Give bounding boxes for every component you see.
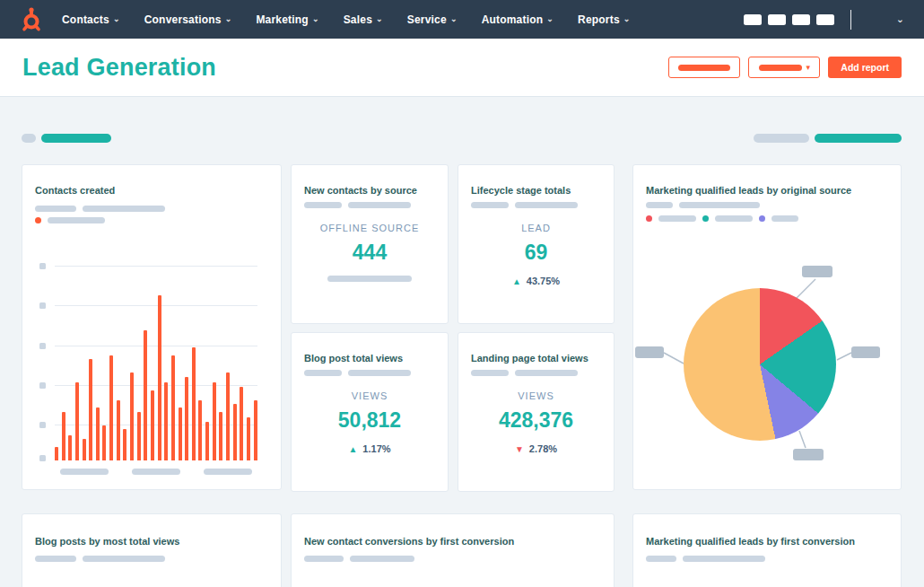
redacted-text-bar [60, 469, 109, 475]
filter-chip[interactable] [754, 134, 809, 143]
report-card-mql-by-first-conversion: Marketing qualified leads by first conve… [632, 513, 902, 587]
redacted-text-bar [327, 276, 412, 282]
nav-utilities: ⌄ [737, 10, 904, 30]
main-nav: Contacts⌄ Conversations⌄ Marketing⌄ Sale… [62, 13, 631, 26]
dashboard-actions: ▾ Add report [668, 57, 902, 78]
report-title: New contact conversions by first convers… [304, 536, 603, 547]
bar [164, 382, 168, 460]
filter-chip[interactable] [41, 134, 111, 143]
bar [96, 407, 100, 460]
bar [89, 359, 92, 460]
redacted-text-bar [646, 202, 673, 208]
report-title: Marketing qualified leads by original so… [646, 185, 890, 196]
chevron-down-icon: ⌄ [623, 14, 631, 23]
redacted-text-bar [679, 202, 760, 208]
bar [83, 439, 86, 460]
metric-value: 50,812 [292, 408, 448, 433]
delta-up-icon: ▲ [512, 276, 521, 286]
contacts-created-chart [55, 266, 257, 460]
bar [247, 417, 250, 460]
dashboard-action-button[interactable] [668, 57, 740, 78]
bar [62, 412, 65, 460]
nav-item-label: Conversations [144, 13, 222, 26]
bar [233, 404, 237, 460]
redacted-text-bar [515, 370, 578, 376]
filter-chip[interactable] [22, 134, 36, 143]
report-card-blog-posts-by-most-total-views: Blog posts by most total views [22, 513, 282, 587]
redacted-text-bar [348, 370, 411, 376]
sprocket-icon [20, 7, 42, 32]
report-card-blog-post-total-views: Blog post total views VIEWS 50,812 ▲ 1.1… [291, 332, 449, 492]
legend-dot [646, 215, 652, 222]
delta-down-icon: ▼ [515, 444, 524, 454]
redacted-text-bar [348, 202, 411, 208]
bar [75, 382, 79, 460]
dashboard-filter-dropdown[interactable]: ▾ [748, 57, 820, 78]
nav-item-label: Sales [344, 13, 372, 26]
hubspot-dashboard: Contacts⌄ Conversations⌄ Marketing⌄ Sale… [0, 0, 924, 587]
redacted-ytick [39, 263, 46, 269]
redacted-legend-row [35, 206, 165, 212]
redacted-text-bar [350, 556, 414, 562]
redacted-slice-callout [635, 346, 664, 358]
bar [198, 400, 202, 460]
nav-icon-placeholder-1[interactable] [744, 14, 762, 25]
bar [102, 425, 106, 460]
metric-label: VIEWS [292, 390, 448, 401]
redacted-text-bar [35, 206, 76, 212]
redacted-legend-row [646, 202, 760, 208]
report-card-mql-by-original-source: Marketing qualified leads by original so… [632, 164, 902, 490]
nav-item-reports[interactable]: Reports⌄ [578, 13, 631, 26]
redacted-subtitle-row [304, 202, 411, 208]
nav-item-contacts[interactable]: Contacts⌄ [62, 13, 120, 26]
metric-value: 428,376 [458, 408, 614, 433]
nav-item-service[interactable]: Service⌄ [407, 13, 458, 26]
bar [205, 422, 209, 460]
delta-up-icon: ▲ [348, 444, 357, 454]
report-card-landing-page-total-views: Landing page total views VIEWS 428,376 ▼… [458, 332, 615, 492]
filter-chip[interactable] [815, 134, 902, 143]
report-title: Landing page total views [471, 353, 603, 364]
chevron-down-icon: ⌄ [113, 14, 120, 23]
nav-icon-placeholder-4[interactable] [816, 14, 834, 25]
redacted-text-bar [83, 556, 165, 562]
redacted-subtitle-row [471, 370, 578, 376]
redacted-text-bar [646, 556, 676, 562]
metric-delta: ▲ 43.75% [458, 276, 614, 286]
bar [254, 400, 257, 460]
hubspot-logo[interactable] [20, 7, 42, 32]
nav-item-conversations[interactable]: Conversations⌄ [144, 13, 232, 26]
nav-item-sales[interactable]: Sales⌄ [344, 13, 383, 26]
nav-item-automation[interactable]: Automation⌄ [482, 13, 554, 26]
chevron-down-icon: ⌄ [312, 14, 319, 23]
nav-item-label: Marketing [256, 13, 308, 26]
redacted-text-bar [683, 556, 765, 562]
bar [123, 429, 126, 460]
nav-item-marketing[interactable]: Marketing⌄ [256, 13, 318, 26]
chevron-down-icon[interactable]: ⌄ [896, 13, 904, 25]
nav-item-label: Automation [482, 13, 544, 26]
nav-icon-placeholder-2[interactable] [768, 14, 786, 25]
nav-item-label: Reports [578, 13, 620, 26]
bar [158, 295, 161, 460]
redacted-text-bar [771, 215, 798, 222]
redacted-text-bar [471, 370, 509, 376]
report-title: Blog post total views [304, 353, 437, 364]
nav-icon-placeholder-3[interactable] [792, 14, 810, 25]
bar [192, 347, 196, 460]
bar [171, 355, 175, 460]
add-report-button[interactable]: Add report [828, 57, 902, 78]
metric-value: 69 [458, 241, 614, 265]
report-card-new-contacts-by-source: New contacts by source OFFLINE SOURCE 44… [291, 164, 449, 324]
redacted-legend-row [35, 556, 165, 562]
legend-dot [759, 215, 765, 222]
bar [213, 382, 216, 460]
redacted-text-bar [304, 202, 342, 208]
metric-delta: ▲ 1.17% [292, 443, 448, 454]
nav-item-label: Service [407, 13, 447, 26]
redacted-slice-callout [802, 266, 832, 277]
report-title: Marketing qualified leads by first conve… [646, 536, 890, 547]
redacted-subtitle-row [471, 202, 578, 208]
redacted-ytick [39, 343, 46, 349]
redacted-label-bar [678, 65, 730, 71]
